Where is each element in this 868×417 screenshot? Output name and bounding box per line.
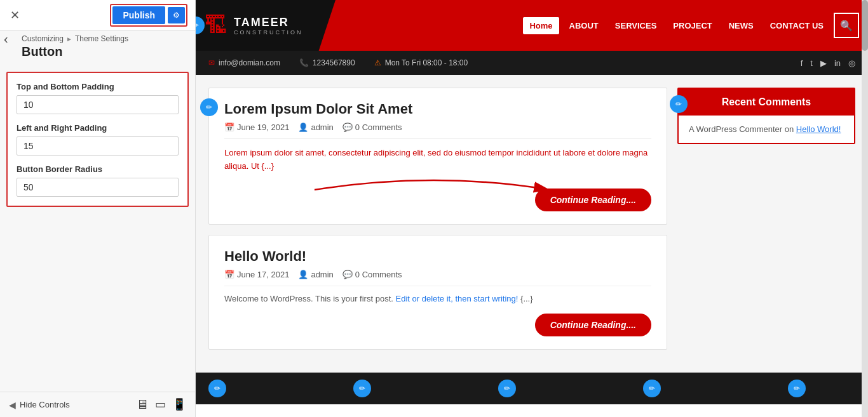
nav-about[interactable]: ABOUT — [563, 17, 605, 34]
instagram-icon[interactable]: ◎ — [848, 58, 855, 68]
sidebar-column: ✏ Recent Comments A WordPress Commenter … — [677, 88, 855, 360]
continue-reading-btn-2[interactable]: Continue Reading.... — [535, 314, 651, 336]
top-bottom-padding-input[interactable] — [17, 95, 179, 114]
post-date-2: 📅 June 17, 2021 — [224, 270, 289, 279]
linkedin-icon[interactable]: in — [834, 58, 841, 68]
phone-text: 1234567890 — [313, 58, 355, 67]
publish-button[interactable]: Publish — [112, 6, 165, 24]
info-phone: 📞 1234567890 — [299, 58, 355, 67]
clearfix-2: Continue Reading.... — [224, 314, 651, 336]
post-meta-2: 📅 June 17, 2021 👤 admin 💬 0 Comments — [224, 270, 651, 286]
logo-name: TAMEER — [234, 16, 303, 29]
recent-comments-header: Recent Comments — [679, 89, 854, 116]
field-label-top-bottom: Top and Bottom Padding — [17, 82, 179, 91]
close-button[interactable]: ✕ — [8, 6, 22, 25]
logo-subname: CONSTRUCTION — [234, 29, 303, 36]
top-bar: ✕ Publish ⚙ — [0, 0, 195, 30]
post-card-2: Hello World! 📅 June 17, 2021 👤 admin 💬 0… — [208, 235, 667, 350]
nav-area: Home ABOUT SERVICES PROJECT NEWS CONTACT… — [336, 0, 868, 51]
post-excerpt-1: Lorem ipsum dolor sit amet, consectetur … — [224, 147, 651, 173]
edit-circle-post1[interactable]: ✏ — [200, 98, 218, 116]
facebook-icon[interactable]: f — [801, 58, 803, 68]
calendar-icon-2: 📅 — [224, 270, 234, 279]
calendar-icon-1: 📅 — [224, 122, 234, 132]
settings-box: Top and Bottom Padding Left and Right Pa… — [6, 72, 189, 207]
edit-circle-footer-2[interactable]: ✏ — [353, 380, 371, 397]
panel-title: Button — [22, 43, 186, 65]
post-comments-1: 💬 0 Comments — [342, 122, 402, 132]
edit-circle-footer-4[interactable]: ✏ — [643, 380, 661, 397]
border-radius-input[interactable] — [17, 178, 179, 197]
main-content: ✏ Lorem Ipsum Dolor Sit Amet 📅 June 19, … — [196, 75, 868, 373]
info-bar: ✉ info@domian.com 📞 1234567890 ⚠ Mon To … — [196, 51, 868, 75]
edit-circle-footer-3[interactable]: ✏ — [498, 380, 516, 397]
email-icon: ✉ — [208, 58, 215, 67]
clock-icon: ⚠ — [374, 58, 381, 67]
posts-column: ✏ Lorem Ipsum Dolor Sit Amet 📅 June 19, … — [208, 88, 667, 360]
hours-text: Mon To Fri 08:00 - 18:00 — [385, 58, 468, 67]
phone-icon: 📞 — [299, 58, 309, 67]
recent-comments-body: A WordPress Commenter on Hello World! — [679, 116, 854, 143]
edit-link[interactable]: Edit or delete it, then start writing! — [395, 294, 518, 303]
tablet-icon[interactable]: ▭ — [155, 397, 166, 412]
footer-bar: ✏ ✏ ✏ ✏ ✏ — [196, 373, 868, 404]
recent-comments-box: ✏ Recent Comments A WordPress Commenter … — [677, 88, 855, 144]
edit-circle-footer-1[interactable]: ✏ — [208, 380, 226, 397]
social-icons: f t ▶ in ◎ — [801, 58, 855, 68]
logo-text-block: TAMEER CONSTRUCTION — [234, 16, 303, 36]
post-title-1: Lorem Ipsum Dolor Sit Amet — [224, 101, 651, 117]
commenter-name: A WordPress Commenter — [689, 124, 782, 134]
device-icons: 🖥 ▭ 📱 — [136, 397, 186, 412]
left-panel: ✕ Publish ⚙ ‹ Customizing ► Theme Settin… — [0, 0, 196, 417]
comment-icon-2: 💬 — [342, 270, 353, 279]
field-label-border-radius: Button Border Radius — [17, 164, 179, 174]
info-hours: ⚠ Mon To Fri 08:00 - 18:00 — [374, 58, 468, 67]
twitter-icon[interactable]: t — [810, 58, 813, 68]
search-button[interactable]: 🔍 — [834, 13, 859, 38]
logo-icon: 🏗 — [205, 12, 227, 39]
red-arrow — [308, 177, 562, 202]
info-email: ✉ info@domian.com — [208, 58, 280, 67]
edit-circle-footer-5[interactable]: ✏ — [788, 380, 806, 397]
desktop-icon[interactable]: 🖥 — [136, 397, 149, 412]
nav-contact[interactable]: CONTACT US — [764, 17, 830, 34]
hide-controls-label: Hide Controls — [20, 400, 70, 409]
post-author-2: 👤 admin — [298, 270, 333, 279]
breadcrumb: Customizing ► Theme Settings — [22, 34, 186, 43]
post-author-1: 👤 admin — [298, 122, 333, 132]
comment-icon-1: 💬 — [342, 122, 353, 132]
nav-services[interactable]: SERVICES — [609, 17, 663, 34]
right-panel: ✏ 🏗 TAMEER CONSTRUCTION Home ABOUT SERVI… — [196, 0, 868, 417]
hide-controls[interactable]: ◀ Hide Controls — [9, 400, 70, 410]
edit-circle-sidebar[interactable]: ✏ — [670, 95, 688, 113]
publish-area: Publish ⚙ — [110, 4, 187, 27]
post-card-1: ✏ Lorem Ipsum Dolor Sit Amet 📅 June 19, … — [208, 88, 667, 225]
post-meta-1: 📅 June 19, 2021 👤 admin 💬 0 Comments — [224, 122, 651, 139]
nav-project[interactable]: PROJECT — [667, 17, 718, 34]
site-header: ✏ 🏗 TAMEER CONSTRUCTION Home ABOUT SERVI… — [196, 0, 868, 51]
back-button[interactable]: ‹ — [4, 32, 8, 46]
site-header-wrapper: ✏ 🏗 TAMEER CONSTRUCTION Home ABOUT SERVI… — [196, 0, 868, 75]
post-comments-2: 💬 0 Comments — [342, 270, 402, 279]
email-text: info@domian.com — [219, 58, 280, 67]
scrollbar-track — [862, 0, 868, 417]
nav-home[interactable]: Home — [523, 17, 559, 34]
scrollbar-thumb[interactable] — [862, 0, 868, 51]
left-right-padding-input[interactable] — [17, 136, 179, 156]
gear-button[interactable]: ⚙ — [168, 7, 185, 23]
breadcrumb-separator: ► — [66, 36, 72, 43]
logo-area: 🏗 TAMEER CONSTRUCTION — [196, 0, 336, 51]
bottom-bar: ◀ Hide Controls 🖥 ▭ 📱 — [0, 392, 195, 417]
youtube-icon[interactable]: ▶ — [820, 58, 827, 68]
post-excerpt-2: Welcome to WordPress. This is your first… — [224, 294, 651, 303]
breadcrumb-customizing[interactable]: Customizing — [22, 34, 64, 43]
user-icon-1: 👤 — [298, 122, 308, 132]
post-title-2: Hello World! — [224, 248, 651, 265]
user-icon-2: 👤 — [298, 270, 308, 279]
hide-controls-arrow: ◀ — [9, 400, 16, 410]
comment-post-link[interactable]: Hello World! — [796, 124, 841, 134]
nav-news[interactable]: NEWS — [722, 17, 760, 34]
breadcrumb-theme-settings[interactable]: Theme Settings — [75, 34, 128, 43]
comment-on-text: on — [785, 124, 796, 134]
mobile-icon[interactable]: 📱 — [172, 397, 186, 412]
